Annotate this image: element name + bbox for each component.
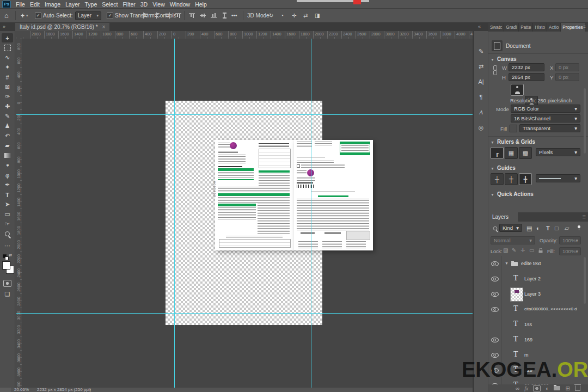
menu-select[interactable]: Select <box>102 1 118 8</box>
document-tab[interactable]: Italy id.psd @ 20.7% (RGB/16) * × <box>15 23 109 31</box>
eye-toggle[interactable] <box>488 302 502 317</box>
dodge-tool[interactable]: φ <box>2 170 13 180</box>
lock-transparency-icon[interactable]: ▨ <box>503 247 508 253</box>
type-tool[interactable]: T <box>2 190 13 199</box>
tab-gradients[interactable]: Gradi <box>504 23 519 32</box>
move-tool[interactable]: + <box>2 33 13 42</box>
rulers-toggle-icon[interactable]: ┎ <box>491 147 504 159</box>
lasso-tool[interactable]: ∿ <box>2 53 13 62</box>
hand-tool[interactable]: ☞ <box>2 219 13 229</box>
filter-toggle-icon[interactable] <box>578 225 580 228</box>
smart-guides-toggle-icon[interactable]: ╪ <box>505 173 518 185</box>
bit-depth-dropdown[interactable]: 16 Bits/Channel▾ <box>511 114 580 122</box>
align-top-icon[interactable] <box>175 9 181 22</box>
edit-guides-icon[interactable]: ╋ <box>519 173 532 185</box>
menu-image[interactable]: Image <box>45 1 60 8</box>
distribute-bottom-icon[interactable] <box>222 9 228 22</box>
align-left-icon[interactable] <box>143 9 149 22</box>
pixel-filter-icon[interactable]: ▤ <box>526 225 532 232</box>
quick-mask-button[interactable] <box>2 279 13 288</box>
shape-filter-icon[interactable]: □ <box>555 225 559 231</box>
horizontal-guide[interactable] <box>16 313 473 314</box>
tab-patterns[interactable]: Patte <box>519 23 533 32</box>
filter-kind-dropdown[interactable]: Kind▾ <box>499 224 522 232</box>
adjustment-layer-icon[interactable]: ◐ <box>546 385 549 391</box>
crop-tool[interactable]: # <box>2 72 13 82</box>
tab-history[interactable]: Histo <box>533 23 547 32</box>
rulers-grids-section-header[interactable]: ▼Rulers & Grids <box>491 139 535 145</box>
home-icon[interactable]: ⌂ <box>4 9 9 22</box>
move-tool-preset[interactable]: +▾ <box>21 9 28 22</box>
canvas-viewport[interactable]: 0035352 <box>22 39 473 388</box>
scrollbar[interactable] <box>584 88 586 154</box>
show-transform-checkbox[interactable]: ✓ <box>107 9 113 22</box>
healing-brush-tool[interactable]: ✚ <box>2 102 13 111</box>
lock-pixels-icon[interactable]: ✎ <box>512 247 516 253</box>
auto-select-target-dropdown[interactable]: Layer▾ <box>75 9 101 22</box>
new-group-icon[interactable] <box>554 386 560 390</box>
quick-actions-section-header[interactable]: ▼Quick Actions <box>491 191 534 197</box>
distribute-left-icon[interactable] <box>189 9 195 22</box>
shape-tool[interactable]: ▭ <box>2 210 13 219</box>
vertical-guide[interactable] <box>311 39 311 388</box>
layer-row[interactable]: T 1ss <box>488 317 588 332</box>
zoom-tool[interactable] <box>2 229 13 238</box>
expand-strip-icon[interactable]: « <box>478 24 481 29</box>
eye-toggle[interactable] <box>488 332 502 347</box>
status-chevron-icon[interactable]: > <box>88 388 91 392</box>
layer-effects-icon[interactable]: fx <box>524 385 528 391</box>
brush-tool[interactable]: ✎ <box>2 112 13 121</box>
lock-position-icon[interactable]: ✛ <box>520 247 525 253</box>
tab-swatches[interactable]: Swatc <box>488 23 504 32</box>
menu-filter[interactable]: Filter <box>122 1 135 8</box>
eye-toggle[interactable] <box>488 256 502 271</box>
eraser-tool[interactable]: ▰ <box>2 141 13 150</box>
object-selection-tool[interactable]: ✦ <box>2 63 13 72</box>
auto-select-checkbox[interactable]: ✓ <box>35 9 41 22</box>
canvas-section-header[interactable]: ▼Canvas <box>491 56 517 62</box>
pixel-grid-toggle-icon[interactable]: ▩ <box>519 147 532 159</box>
menu-window[interactable]: Window <box>170 1 190 8</box>
layer-row-group[interactable]: ▼ edite text <box>488 256 588 271</box>
pen-tool[interactable]: ✒ <box>2 180 13 189</box>
glyphs-panel-icon[interactable]: A <box>474 107 488 117</box>
lock-all-icon[interactable] <box>538 248 543 253</box>
smart-object-filter-icon[interactable]: ▱ <box>565 225 569 232</box>
foreground-color-swatch[interactable] <box>2 261 10 270</box>
align-center-icon[interactable] <box>154 9 160 22</box>
fill-swatch[interactable] <box>510 125 517 132</box>
layer-row[interactable]: T cita0000000..<<<<<<<<0 d <box>488 302 588 317</box>
eyedropper-tool[interactable]: ✑ <box>2 92 13 101</box>
distribute-center-icon[interactable] <box>200 9 206 22</box>
collapse-left-icon[interactable]: » <box>3 24 5 29</box>
grid-toggle-icon[interactable]: ▦ <box>505 147 518 159</box>
blur-tool[interactable]: ♠ <box>2 161 13 170</box>
tab-layers[interactable]: Layers <box>488 212 518 222</box>
menu-help[interactable]: Help <box>195 1 207 8</box>
menu-layer[interactable]: Layer <box>65 1 79 8</box>
character-panel-icon[interactable]: A| <box>474 77 488 87</box>
libraries-panel-icon[interactable]: ◎ <box>474 122 488 132</box>
brushes-panel-icon[interactable]: ✎ <box>474 46 488 56</box>
width-field[interactable]: 2232 px <box>509 63 544 71</box>
screen-mode-button[interactable]: ❏ <box>2 290 13 299</box>
swap-colors-icon[interactable]: ⇄ <box>9 253 12 258</box>
new-layer-icon[interactable]: ⊞ <box>565 385 569 391</box>
align-right-icon[interactable] <box>164 9 170 22</box>
tab-actions[interactable]: Actio <box>547 23 561 32</box>
gradient-tool[interactable] <box>2 151 13 160</box>
menu-3d[interactable]: 3D <box>140 1 148 8</box>
fill-dropdown[interactable]: Transparent▾ <box>519 124 580 132</box>
marquee-tool[interactable] <box>2 43 13 52</box>
path-select-tool[interactable]: ➤ <box>2 200 13 209</box>
lock-artboard-icon[interactable]: ▭ <box>529 247 534 253</box>
color-mode-dropdown[interactable]: RGB Color▾ <box>511 105 580 113</box>
guides-section-header[interactable]: ▼Guides <box>491 165 516 171</box>
close-icon[interactable]: × <box>102 24 106 30</box>
menu-file[interactable]: File <box>16 1 25 8</box>
menu-edit[interactable]: Edit <box>30 1 40 8</box>
eye-toggle[interactable] <box>488 286 502 302</box>
layer-mask-icon[interactable] <box>533 385 541 391</box>
eye-toggle[interactable] <box>488 317 502 332</box>
link-dimensions-icon[interactable] <box>493 65 497 75</box>
